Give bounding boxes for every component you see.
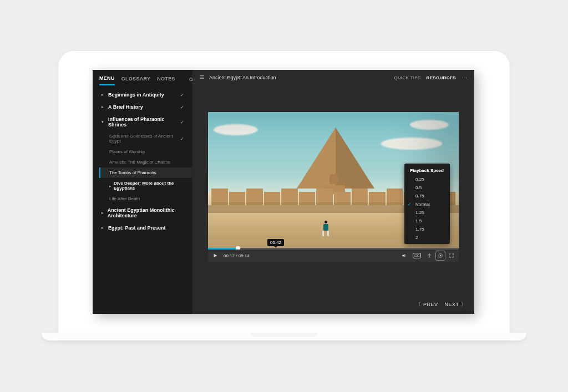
chevron-right-icon: ▸ (109, 184, 111, 188)
svg-point-0 (189, 78, 192, 81)
section-beginnings-in-antiquity[interactable]: ▸ Beginnings in Antiquity ✓ (93, 89, 192, 101)
time-display: 00:12 / 05:14 (224, 253, 250, 258)
chevron-left-icon: 〈 (415, 301, 422, 308)
resources-link[interactable]: RESOURCES (427, 75, 456, 80)
laptop-base (42, 333, 526, 340)
speed-option-0-75[interactable]: 0.75 (404, 192, 450, 200)
chevron-right-icon: 〉 (461, 301, 467, 308)
tab-glossary[interactable]: GLOSSARY (121, 76, 151, 85)
quick-tips-link[interactable]: QUICK TIPS (394, 75, 420, 80)
lesson-label: Life After Death (109, 196, 140, 201)
main-area: Ancient Egypt: An Introduction QUICK TIP… (192, 70, 474, 314)
lesson-life-after-death[interactable]: Life After Death (99, 194, 192, 204)
section-a-brief-history[interactable]: ▸ A Brief History ✓ (93, 101, 192, 113)
lesson-amulets[interactable]: Amulets: The Magic of Charms (99, 157, 192, 167)
hamburger-icon[interactable] (199, 74, 205, 81)
section-egypt-past-and-present[interactable]: ▸ Egypt: Past and Present (93, 222, 192, 234)
check-icon: ✓ (408, 202, 412, 207)
section-label: Beginnings in Antiquity (108, 92, 164, 98)
chevron-right-icon: ▸ (102, 226, 105, 230)
speed-option-label: Normal (415, 202, 430, 207)
chevron-right-icon: ▸ (102, 105, 105, 109)
lesson-label: Dive Deeper: More about the Egyptians (114, 181, 184, 191)
lesson-tombs-of-pharaohs[interactable]: The Tombs of Pharaohs (99, 167, 192, 178)
play-button[interactable] (212, 253, 218, 258)
cc-icon: CC (413, 253, 421, 258)
course-title: Ancient Egypt: An Introduction (209, 75, 276, 80)
playback-speed-menu: Playback Speed 0.25 0.5 0.75 ✓ Normal 1.… (404, 164, 450, 244)
video-controls: 00:12 / 05:14 CC (208, 250, 459, 262)
speed-option-2[interactable]: 2 (404, 233, 450, 242)
sidebar: MENU GLOSSARY NOTES ▸ Beginnings in Anti… (93, 70, 192, 314)
chevron-down-icon: ▾ (102, 120, 105, 124)
section-label: Egypt: Past and Present (108, 225, 166, 231)
content-stage: Playback Speed 0.25 0.5 0.75 ✓ Normal 1.… (192, 85, 474, 295)
section-label: A Brief History (108, 104, 143, 110)
lesson-label: The Tombs of Pharaohs (109, 170, 156, 175)
volume-button[interactable] (402, 253, 407, 258)
section-influences-of-pharaonic-shrines[interactable]: ▾ Influences of Pharaonic Shrines ✓ (93, 113, 192, 131)
section-label: Influences of Pharaonic Shrines (108, 116, 184, 128)
svg-marker-6 (403, 254, 405, 258)
speed-option-1-5[interactable]: 1.5 (404, 217, 450, 225)
tab-notes[interactable]: NOTES (157, 76, 175, 85)
accessibility-button[interactable] (427, 253, 432, 258)
fullscreen-button[interactable] (449, 253, 454, 258)
seek-tooltip: 00:42 (267, 239, 284, 246)
next-button[interactable]: NEXT 〉 (444, 301, 466, 308)
lesson-label: Gods and Goddesses of Ancient Egypt (109, 134, 184, 144)
speed-option-0-5[interactable]: 0.5 (404, 184, 450, 192)
captions-button[interactable]: CC (413, 253, 421, 258)
next-label: NEXT (444, 302, 459, 307)
lesson-gods-and-goddesses[interactable]: Gods and Goddesses of Ancient Egypt ✓ (99, 131, 192, 146)
check-icon: ✓ (180, 105, 184, 110)
speed-option-1-75[interactable]: 1.75 (404, 225, 450, 233)
playback-speed-heading: Playback Speed (404, 167, 450, 175)
lesson-label: Amulets: The Magic of Charms (109, 160, 170, 165)
speed-option-normal[interactable]: ✓ Normal (404, 200, 450, 208)
lesson-label: Places of Worship (109, 149, 145, 154)
tab-menu[interactable]: MENU (99, 75, 115, 85)
time-duration: 05:14 (239, 253, 250, 258)
svg-marker-5 (214, 254, 217, 258)
lesson-nav-footer: 〈 PREV NEXT 〉 (192, 295, 474, 314)
section-label: Ancient Egyptian Monolithic Architecture (108, 207, 184, 218)
lesson-dive-deeper[interactable]: ▸ Dive Deeper: More about the Egyptians (99, 178, 192, 194)
more-menu-icon[interactable]: ⋯ (462, 75, 468, 81)
speed-option-0-25[interactable]: 0.25 (404, 175, 450, 184)
prev-button[interactable]: 〈 PREV (415, 301, 438, 308)
check-icon: ✓ (180, 120, 184, 125)
chevron-right-icon: ▸ (102, 211, 104, 215)
sidebar-tabs: MENU GLOSSARY NOTES (93, 70, 192, 85)
chevron-right-icon: ▸ (102, 93, 105, 97)
svg-point-8 (439, 254, 443, 258)
svg-marker-9 (440, 254, 442, 256)
check-icon: ✓ (180, 136, 184, 141)
video-player: Playback Speed 0.25 0.5 0.75 ✓ Normal 1.… (208, 112, 459, 262)
prev-label: PREV (423, 302, 438, 307)
time-elapsed: 00:12 (224, 253, 235, 258)
lms-app: MENU GLOSSARY NOTES ▸ Beginnings in Anti… (93, 70, 474, 314)
course-outline: ▸ Beginnings in Antiquity ✓ ▸ A Brief Hi… (93, 85, 192, 234)
svg-point-7 (429, 253, 430, 254)
playback-speed-button[interactable] (438, 253, 443, 258)
lesson-places-of-worship[interactable]: Places of Worship (99, 146, 192, 157)
topbar: Ancient Egypt: An Introduction QUICK TIP… (192, 70, 474, 85)
speed-option-1-25[interactable]: 1.25 (404, 208, 450, 217)
section-monolithic-architecture[interactable]: ▸ Ancient Egyptian Monolithic Architectu… (93, 204, 192, 222)
check-icon: ✓ (180, 93, 184, 98)
